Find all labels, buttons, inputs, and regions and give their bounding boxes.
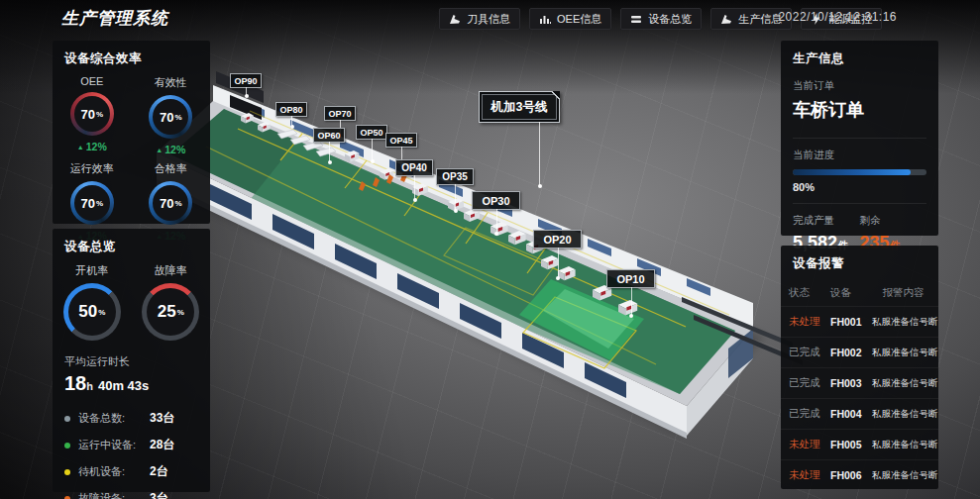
status-dot [64, 496, 70, 499]
availability-gauge-ring: 70% [149, 95, 192, 139]
op-badge-op45[interactable]: OP45 [385, 133, 417, 148]
op-badge-op20[interactable]: OP20 [533, 230, 582, 249]
badge-leader-line [246, 87, 247, 95]
line-callout: 机加3号线 [479, 91, 560, 123]
gauge-oee: OEE 70% ▲12% [53, 69, 132, 155]
oee-gauge-ring: 70% [70, 92, 114, 136]
gauge-uptime-rate: 开机率 50% [53, 257, 132, 341]
delta-badge: ▲12% [77, 141, 107, 152]
average-runtime: 平均运行时长 18h40m 43s [53, 341, 210, 395]
divider [793, 138, 926, 139]
badge-leader-line [558, 248, 559, 277]
status-dot [64, 416, 70, 422]
gauge-grid: OEE 70% ▲12% 有效性 70% ▲12% 运行效率 70% ▲12% … [53, 69, 210, 242]
panel-title: 生产信息 [781, 41, 938, 67]
gauge-availability: 有效性 70% ▲12% [132, 69, 211, 155]
op-badge-op30[interactable]: OP30 [472, 191, 520, 210]
bar-chart-icon [539, 13, 551, 25]
badge-leader-line [329, 142, 330, 161]
run-efficiency-gauge-ring: 70% [70, 181, 114, 225]
stat-standby-devices: 待机设备:2台 [64, 458, 198, 485]
alarm-row: 未处理 FH005 私服准备信号断 [781, 429, 938, 459]
alarm-row: 已完成 FH003 私服准备信号断 [781, 367, 938, 398]
badge-leader-line [414, 175, 415, 199]
op-badge-op60[interactable]: OP60 [313, 128, 345, 143]
panel-production-info: 生产信息 当前订单 车桥订单 当前进度 80% 完成产量 5,582件 剩余 2… [781, 41, 938, 236]
panel-equipment-overview: 设备总览 开机率 50% 故障率 25% 平均运行时长 18h40m 43s 设… [53, 229, 210, 492]
op-badge-op35[interactable]: OP35 [436, 168, 474, 185]
gauge-fault-rate: 故障率 25% [132, 257, 211, 341]
stat-fault-devices: 故障设备:3台 [64, 485, 198, 499]
progress-percent: 80% [793, 181, 926, 193]
progress-bar [793, 169, 926, 175]
badge-leader-line [631, 287, 632, 315]
op-badge-op70[interactable]: OP70 [324, 106, 356, 121]
alarm-row: 已完成 FH002 私服准备信号断 [781, 337, 938, 367]
stat-total-devices: 设备总数:33台 [64, 405, 198, 432]
pass-rate-gauge-ring: 70% [149, 181, 192, 225]
panel-title: 设备报警 [781, 246, 938, 272]
alarm-row: 未处理 FH001 私服准备信号断 [781, 306, 938, 337]
badge-leader-line [291, 116, 292, 126]
fault-gauge-ring: 25% [142, 283, 199, 341]
tool-icon [449, 13, 461, 25]
alarm-table-header: 状态 设备 报警内容 [781, 280, 938, 306]
panel-title: 设备总览 [53, 229, 210, 255]
badge-leader-line [372, 139, 373, 160]
progress-section: 当前进度 80% [781, 149, 938, 193]
op-badge-op90[interactable]: OP90 [230, 73, 262, 88]
app-title: 生产管理系统 [61, 7, 168, 30]
badge-leader-line [455, 184, 456, 210]
up-triangle-icon: ▲ [77, 144, 84, 150]
nav-button-device-overview[interactable]: 设备总览 [620, 8, 702, 30]
datetime: 2022/10/12 12:31:16 [778, 10, 897, 24]
progress-fill [793, 169, 911, 175]
delta-badge: ▲12% [156, 144, 185, 155]
status-dot [64, 443, 70, 449]
panel-equipment-efficiency: 设备综合效率 OEE 70% ▲12% 有效性 70% ▲12% 运行效率 70… [53, 41, 210, 224]
nav-button-tool-info[interactable]: 刀具信息 [439, 8, 520, 30]
divider [793, 203, 926, 204]
line-callout-label: 机加3号线 [491, 99, 548, 116]
alarm-table: 状态 设备 报警内容 未处理 FH001 私服准备信号断 已完成 FH002 私… [781, 280, 938, 490]
op-badge-op40[interactable]: OP40 [395, 159, 433, 176]
panel-device-alarms: 设备报警 状态 设备 报警内容 未处理 FH001 私服准备信号断 已完成 FH… [781, 246, 938, 489]
dashboard: OP90 OP80 OP70 OP60 OP50 OP45 OP40 OP35 … [0, 0, 980, 499]
callout-corner-notch [551, 91, 560, 100]
tool-icon [720, 13, 732, 25]
up-triangle-icon: ▲ [156, 147, 163, 153]
list-icon [630, 13, 642, 25]
device-stats-list: 设备总数:33台 运行中设备:28台 待机设备:2台 故障设备:3台 [53, 405, 210, 499]
op-badge-op80[interactable]: OP80 [275, 102, 307, 117]
callout-leader-line [539, 122, 540, 185]
current-order-name: 车桥订单 [793, 98, 926, 122]
alarm-row: 已完成 FH004 私服准备信号断 [781, 398, 938, 429]
nav-button-oee-info[interactable]: OEE信息 [529, 8, 611, 30]
current-order-section: 当前订单 车桥订单 [781, 79, 938, 122]
uptime-gauge-ring: 50% [63, 283, 121, 341]
op-badge-op10[interactable]: OP10 [606, 269, 655, 288]
status-dot [64, 469, 70, 475]
gauge-grid: 开机率 50% 故障率 25% [53, 257, 210, 341]
alarm-row: 未处理 FH006 私服准备信号断 [781, 459, 938, 490]
badge-leader-line [496, 209, 497, 233]
panel-title: 设备综合效率 [53, 41, 210, 67]
op-badge-op50[interactable]: OP50 [356, 125, 387, 140]
stat-running-devices: 运行中设备:28台 [64, 432, 198, 458]
top-bar: 生产管理系统 刀具信息 OEE信息 设备总览 生产信息 能源监控 [0, 0, 980, 36]
